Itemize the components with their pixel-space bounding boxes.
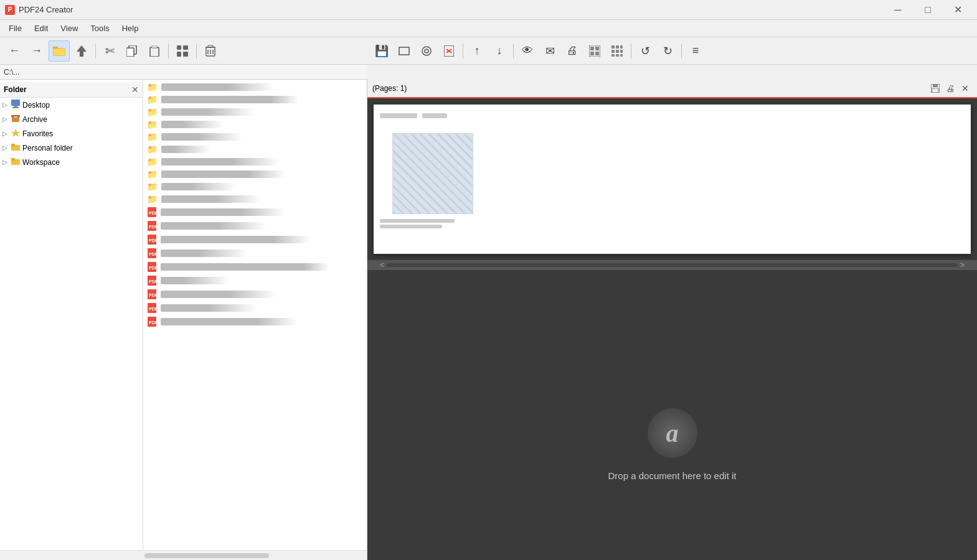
pdf-icon: PDF (147, 248, 157, 259)
forward-button[interactable]: → (26, 40, 47, 62)
menu-help[interactable]: Help (116, 21, 145, 35)
svg-rect-19 (208, 45, 213, 47)
list-item[interactable]: PDF (143, 315, 367, 329)
svg-rect-8 (150, 47, 159, 57)
pdf-icon: PDF (147, 289, 157, 300)
horizontal-scrollbar[interactable] (144, 553, 269, 558)
move-down-button[interactable]: ↓ (489, 40, 510, 62)
open-folder-button[interactable] (49, 40, 70, 62)
maximize-button[interactable]: □ (913, 1, 942, 19)
menu-view[interactable]: View (54, 21, 84, 35)
tree-item-archive[interactable]: ▷ Archive (0, 112, 143, 126)
list-item[interactable]: 📁 (143, 93, 367, 106)
file-name (161, 96, 298, 103)
preview-print-button[interactable]: 🖨 (943, 82, 957, 95)
menu-tools[interactable]: Tools (84, 21, 115, 35)
svg-text:PDF: PDF (149, 252, 156, 256)
svg-rect-41 (14, 106, 17, 107)
scroll-left-arrow[interactable]: < (380, 261, 384, 269)
svg-rect-71 (932, 88, 938, 93)
list-item[interactable]: PDF (143, 233, 367, 246)
grid-button[interactable] (172, 40, 193, 62)
drop-icon-letter: a (666, 419, 679, 448)
file-name (161, 208, 285, 216)
list-item[interactable]: 📁 (143, 143, 367, 156)
drop-zone[interactable]: a Drop a document here to edit it (367, 329, 977, 560)
file-list[interactable]: 📁 📁 📁 📁 📁 (143, 80, 367, 550)
folder-header: Folder ✕ (0, 82, 143, 98)
list-item[interactable]: 📁 (143, 180, 367, 193)
delete-page-button[interactable] (438, 40, 460, 62)
copy-button[interactable] (121, 40, 143, 62)
folder-panel-close[interactable]: ✕ (131, 85, 139, 95)
rectangle-button[interactable] (394, 40, 415, 62)
list-item[interactable]: 📁 (143, 106, 367, 118)
scroll-right-arrow[interactable]: > (960, 261, 965, 269)
list-item[interactable]: 📁 (143, 131, 367, 143)
tree-item-workspace[interactable]: ▷ Workspace (0, 155, 143, 169)
svg-rect-20 (399, 47, 409, 55)
preview-text-lines (380, 219, 486, 228)
menu-file[interactable]: File (2, 21, 28, 35)
list-item[interactable]: 📁 (143, 168, 367, 180)
toolbar-separator-3 (196, 44, 197, 58)
paste-button[interactable] (144, 40, 165, 62)
close-button[interactable]: ✕ (943, 1, 972, 19)
view-button[interactable]: 👁 (517, 40, 538, 62)
folder-label: Folder (4, 85, 27, 94)
file-name (161, 170, 286, 178)
svg-rect-30 (595, 52, 599, 55)
preview-scrollbar[interactable] (387, 263, 958, 267)
pdf-icon: PDF (147, 261, 157, 273)
svg-rect-70 (933, 84, 938, 87)
list-item[interactable]: PDF (143, 205, 367, 219)
pdf-icon: PDF (147, 302, 157, 314)
right-sep-3 (631, 44, 631, 58)
list-item[interactable]: PDF (143, 260, 367, 274)
tree-item-favorites-label: Favorites (22, 129, 53, 138)
list-item[interactable]: 📁 (143, 118, 367, 131)
pdf-page-preview (380, 111, 486, 248)
back-button[interactable]: ← (4, 40, 25, 62)
file-name (161, 158, 280, 166)
save-button[interactable]: 💾 (371, 40, 392, 62)
right-sep-1 (463, 44, 463, 58)
list-item[interactable]: PDF (143, 219, 367, 233)
svg-rect-45 (14, 116, 17, 118)
minimize-button[interactable]: ─ (884, 1, 912, 19)
tree-item-favorites[interactable]: ▷ Favorites (0, 126, 143, 141)
svg-rect-27 (590, 47, 594, 50)
svg-text:PDF: PDF (149, 238, 156, 243)
svg-rect-29 (590, 52, 594, 55)
mail-button[interactable]: ✉ (539, 40, 560, 62)
align-button[interactable]: ≡ (685, 40, 706, 62)
path-bar: C:\... (0, 65, 367, 80)
cut-button[interactable]: ✄ (99, 40, 120, 62)
list-item[interactable]: PDF (143, 301, 367, 315)
menu-edit[interactable]: Edit (28, 21, 54, 35)
tree-item-personal[interactable]: ▷ Personal folder (0, 141, 143, 155)
preview-save-button[interactable] (928, 82, 942, 95)
svg-rect-32 (616, 45, 619, 49)
file-name (161, 83, 273, 91)
circle-button[interactable] (416, 40, 437, 62)
list-item[interactable]: 📁 (143, 81, 367, 93)
rotate-left-button[interactable]: ↺ (635, 40, 656, 62)
list-item[interactable]: PDF (143, 287, 367, 301)
move-up-button[interactable]: ↑ (466, 40, 488, 62)
preview-line (380, 113, 417, 118)
svg-rect-48 (11, 144, 15, 146)
delete-button[interactable] (200, 40, 221, 62)
rotate-right-button[interactable]: ↻ (657, 40, 678, 62)
compress-button[interactable] (584, 40, 605, 62)
list-item[interactable]: 📁 (143, 156, 367, 168)
preview-close-button[interactable]: ✕ (958, 82, 972, 95)
list-item[interactable]: PDF (143, 246, 367, 260)
svg-marker-4 (77, 45, 87, 52)
tree-item-desktop[interactable]: ▷ Desktop (0, 98, 143, 112)
up-button[interactable] (71, 40, 92, 62)
list-item[interactable]: PDF (143, 274, 367, 287)
print-button[interactable]: 🖨 (562, 40, 583, 62)
grid2-button[interactable] (606, 40, 628, 62)
list-item[interactable]: 📁 (143, 193, 367, 205)
